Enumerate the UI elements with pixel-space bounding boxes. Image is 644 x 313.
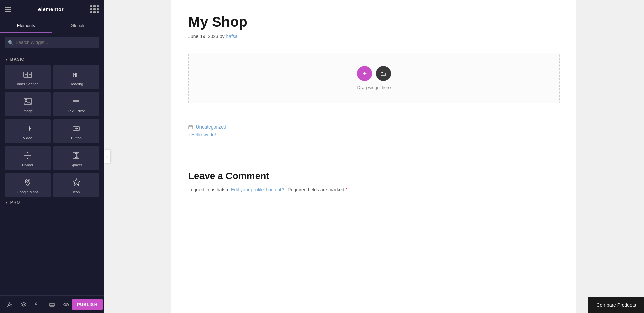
google-maps-icon xyxy=(22,178,33,187)
settings-button[interactable] xyxy=(4,299,15,310)
responsive-button[interactable] xyxy=(47,299,57,310)
post-meta: June 19, 2023 by hafsa xyxy=(188,34,560,39)
spacer-icon xyxy=(71,151,82,160)
tab-globals[interactable]: Globals xyxy=(52,19,104,33)
widget-button[interactable]: Button xyxy=(53,119,99,143)
prev-post-link[interactable]: Hello world! xyxy=(191,132,216,137)
widget-image-label: Image xyxy=(23,109,33,113)
section-pro-header[interactable]: ▼ Pro xyxy=(5,200,99,205)
page-content: My Shop June 19, 2023 by hafsa + Drag wi… xyxy=(171,0,576,313)
hamburger-menu[interactable] xyxy=(5,7,11,12)
post-by: by xyxy=(220,34,226,39)
widget-text-editor-label: Text Editor xyxy=(68,109,85,113)
section-basic-label: Basic xyxy=(10,57,24,62)
history-button[interactable] xyxy=(32,299,43,310)
logged-in-text: Logged in as hafsa. xyxy=(188,187,231,192)
svg-marker-19 xyxy=(28,152,29,153)
section-divider xyxy=(188,154,560,154)
required-note: Required fields are marked * xyxy=(288,187,347,192)
drop-zone-buttons: + xyxy=(357,66,391,81)
section-pro-label: Pro xyxy=(10,200,20,205)
svg-point-26 xyxy=(8,304,10,306)
widget-text-editor[interactable]: Text Editor xyxy=(53,92,99,116)
widget-heading-label: Heading xyxy=(70,82,83,86)
image-icon xyxy=(22,97,33,106)
tab-elements[interactable]: Elements xyxy=(0,19,52,33)
panel-collapse-handle[interactable]: ‹ xyxy=(104,150,110,163)
add-template-button[interactable] xyxy=(376,66,391,81)
svg-rect-12 xyxy=(24,126,29,131)
widget-spacer[interactable]: Spacer xyxy=(53,146,99,170)
widget-button-label: Button xyxy=(71,136,82,140)
post-author-link[interactable]: hafsa xyxy=(226,34,237,39)
drop-zone: + Drag widget here xyxy=(188,53,560,103)
search-input[interactable] xyxy=(5,37,99,48)
prev-arrow: ‹ xyxy=(188,132,190,137)
comment-info: Logged in as hafsa. Edit your profile Lo… xyxy=(188,187,560,192)
widget-heading[interactable]: T Heading xyxy=(53,65,99,89)
bottom-toolbar: PUBLISH ▾ xyxy=(0,295,104,313)
widgets-panel: ▼ Basic Inner Section T xyxy=(0,52,104,295)
widget-google-maps-label: Google Maps xyxy=(17,190,38,194)
content-area: My Shop June 19, 2023 by hafsa + Drag wi… xyxy=(104,0,644,313)
comment-section: Leave a Comment Logged in as hafsa. Edit… xyxy=(188,164,560,192)
publish-button[interactable]: PUBLISH xyxy=(72,299,103,310)
svg-marker-25 xyxy=(73,179,80,186)
add-widget-button[interactable]: + xyxy=(357,66,372,81)
text-editor-icon xyxy=(71,97,82,106)
svg-point-31 xyxy=(65,304,67,305)
compare-products-button[interactable]: Compare Products xyxy=(588,297,644,313)
widget-icon[interactable]: Icon xyxy=(53,173,99,197)
required-star: * xyxy=(346,187,347,192)
section-basic-header[interactable]: ▼ Basic xyxy=(5,57,99,62)
preview-button[interactable] xyxy=(61,299,72,310)
widgets-grid-basic: Inner Section T Heading xyxy=(5,65,99,197)
layers-button[interactable] xyxy=(18,299,29,310)
inner-section-icon xyxy=(22,70,33,79)
svg-marker-13 xyxy=(29,127,31,130)
left-panel: elementor Elements Globals 🔍 ▼ Basic xyxy=(0,0,104,313)
elementor-logo: elementor xyxy=(38,6,64,12)
svg-marker-18 xyxy=(27,158,28,159)
post-nav-prev: ‹ Hello world! xyxy=(188,132,560,137)
widget-video-label: Video xyxy=(23,136,32,140)
search-box: 🔍 xyxy=(0,33,104,52)
section-basic-arrow: ▼ xyxy=(5,58,8,61)
grid-menu-icon[interactable] xyxy=(90,5,99,13)
widget-icon-label: Icon xyxy=(73,190,80,194)
drag-widget-text: Drag widget here xyxy=(357,85,391,90)
search-wrapper: 🔍 xyxy=(5,37,99,48)
category-link[interactable]: Uncategorized xyxy=(196,124,226,130)
logout-link[interactable]: Log out? xyxy=(266,187,284,192)
post-footer: Uncategorized ‹ Hello world! xyxy=(188,117,560,144)
panel-tabs: Elements Globals xyxy=(0,19,104,33)
svg-rect-7 xyxy=(24,98,31,105)
svg-marker-17 xyxy=(27,152,28,153)
svg-marker-27 xyxy=(21,302,26,305)
widget-inner-section[interactable]: Inner Section xyxy=(5,65,51,89)
widget-video[interactable]: Video xyxy=(5,119,51,143)
divider-icon xyxy=(22,151,33,160)
panel-header: elementor xyxy=(0,0,104,19)
svg-marker-20 xyxy=(28,158,29,159)
widget-spacer-label: Spacer xyxy=(71,163,82,167)
widget-image[interactable]: Image xyxy=(5,92,51,116)
post-title: My Shop xyxy=(188,13,560,30)
widget-divider[interactable]: Divider xyxy=(5,146,51,170)
video-icon xyxy=(22,124,33,133)
comment-title: Leave a Comment xyxy=(188,171,560,181)
edit-profile-link[interactable]: Edit your profile xyxy=(231,187,264,192)
widget-inner-section-label: Inner Section xyxy=(17,82,39,86)
post-date: June 19, 2023 xyxy=(188,34,220,39)
section-pro-arrow: ▼ xyxy=(5,201,8,204)
search-icon: 🔍 xyxy=(8,40,14,45)
toolbar-icons-left xyxy=(4,299,72,310)
icon-widget-icon xyxy=(71,178,82,187)
button-icon xyxy=(71,124,82,133)
post-categories: Uncategorized xyxy=(188,124,560,130)
heading-icon: T xyxy=(71,70,82,79)
svg-rect-32 xyxy=(189,126,193,129)
widget-divider-label: Divider xyxy=(22,163,33,167)
svg-point-24 xyxy=(27,180,29,182)
widget-google-maps[interactable]: Google Maps xyxy=(5,173,51,197)
